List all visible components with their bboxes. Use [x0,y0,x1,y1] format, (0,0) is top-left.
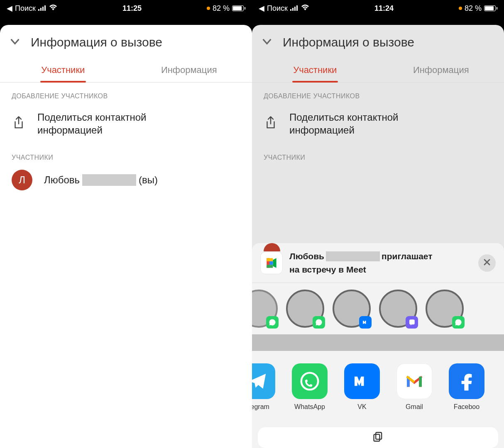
screenshot-right: ◀ Поиск 11:24 82 % Информация о вызове [252,0,504,448]
share-contact-button[interactable]: Поделиться контактной информацией [0,103,252,144]
svg-rect-11 [376,433,382,439]
vk-badge-icon [359,316,372,329]
svg-point-8 [301,373,318,390]
svg-rect-0 [38,9,39,11]
section-add-participants: ДОБАВЛЕНИЕ УЧАСТНИКОВ [0,83,252,103]
svg-rect-2 [42,7,44,11]
svg-rect-3 [44,5,46,11]
share-contact[interactable] [379,290,417,328]
battery-percentage: 82 % [213,4,230,13]
cellular-icon [290,4,298,13]
svg-rect-6 [294,7,296,11]
participant-name: Любовь [44,174,80,186]
participant-you-suffix: (вы) [139,174,158,186]
back-to-app-icon[interactable]: ◀ [259,4,264,13]
share-title-invites: приглашает [382,251,433,262]
status-bar: ◀ Поиск 11:24 82 % [252,0,504,17]
tab-participants[interactable]: Участники [252,56,378,82]
back-to-app-icon[interactable]: ◀ [7,4,12,13]
call-info-panel: Информация о вызове Участники Информация… [252,25,504,448]
location-dot-icon [207,7,210,10]
tab-info[interactable]: Информация [378,56,504,82]
share-text-line2: информацией [289,124,355,136]
participant-row[interactable]: Л Любовь (вы) [0,165,252,195]
tab-info[interactable]: Информация [126,56,252,82]
tabs: Участники Информация [0,56,252,83]
chevron-down-icon[interactable] [260,35,274,50]
share-text-line2: информацией [37,124,103,136]
battery-icon [232,5,245,11]
call-info-panel: Информация о вызове Участники Информация… [0,25,252,448]
share-sheet-header: Любовь приглашает на встречу в Meet [252,243,504,282]
svg-rect-5 [292,8,294,11]
svg-rect-4 [290,9,291,11]
facebook-icon [449,363,484,399]
whatsapp-icon [292,363,328,399]
tab-participants[interactable]: Участники [0,56,126,82]
panel-title: Информация о вызове [283,35,414,49]
share-app-gmail[interactable]: Gmail [396,363,432,411]
gap-strip [252,334,504,351]
app-label: elegram [252,403,269,411]
viber-badge-icon [406,316,418,329]
share-apps-row[interactable]: elegram WhatsApp VK [252,351,504,419]
back-to-app-label[interactable]: Поиск [267,4,288,13]
svg-rect-1 [40,8,42,11]
section-participants: УЧАСТНИКИ [0,144,252,165]
svg-rect-12 [374,434,379,441]
whatsapp-badge-icon [266,316,279,329]
location-dot-icon [459,7,462,10]
share-icon [264,116,278,131]
copy-icon [372,431,384,444]
share-contact-button[interactable]: Поделиться контактной информацией [252,103,504,144]
share-contacts-row[interactable] [252,282,504,334]
close-button[interactable] [478,254,496,272]
share-app-whatsapp[interactable]: WhatsApp [292,363,328,411]
section-add-participants: ДОБАВЛЕНИЕ УЧАСТНИКОВ [252,83,504,103]
back-to-app-label[interactable]: Поиск [15,4,36,13]
share-app-facebook[interactable]: Faceboo [449,363,484,411]
ios-share-sheet: Любовь приглашает на встречу в Meet [252,243,504,448]
app-label: WhatsApp [294,403,325,411]
chevron-down-icon[interactable] [8,35,22,50]
share-contact[interactable] [426,290,464,328]
share-icon [12,116,26,131]
share-text-line1: Поделиться контактной [289,112,398,123]
share-title-name: Любовь [289,251,324,262]
whatsapp-badge-icon [452,316,465,329]
wifi-icon [301,4,309,13]
share-action-copy[interactable] [258,427,498,448]
share-text-line1: Поделиться контактной [37,112,146,123]
svg-rect-10 [419,377,422,387]
gmail-icon [396,363,432,399]
google-meet-icon [260,252,283,274]
share-contact[interactable] [333,290,371,328]
share-contact[interactable] [252,290,278,328]
redacted-name [326,251,380,261]
whatsapp-badge-icon [313,316,325,329]
app-label: Faceboo [454,403,480,411]
share-contact[interactable] [286,290,324,328]
screenshot-left: ◀ Поиск 11:25 82 % Информация о вызове [0,0,252,448]
vk-icon [344,363,380,399]
app-label: VK [357,403,366,411]
section-participants: УЧАСТНИКИ [252,144,504,165]
share-app-telegram[interactable]: elegram [252,363,275,411]
redacted-name [82,174,136,186]
battery-icon [484,5,497,11]
telegram-icon [252,363,275,399]
share-title-line2: на встречу в Meet [289,264,472,275]
panel-title: Информация о вызове [31,35,162,49]
tabs: Участники Информация [252,56,504,83]
clock: 11:25 [122,4,142,13]
participant-avatar: Л [12,170,32,190]
battery-percentage: 82 % [465,4,482,13]
svg-rect-7 [296,5,298,11]
status-bar: ◀ Поиск 11:25 82 % [0,0,252,17]
clock: 11:24 [374,4,394,13]
close-icon [483,258,491,268]
app-label: Gmail [406,403,423,411]
share-app-vk[interactable]: VK [344,363,380,411]
wifi-icon [49,4,57,13]
cellular-icon [38,4,46,13]
